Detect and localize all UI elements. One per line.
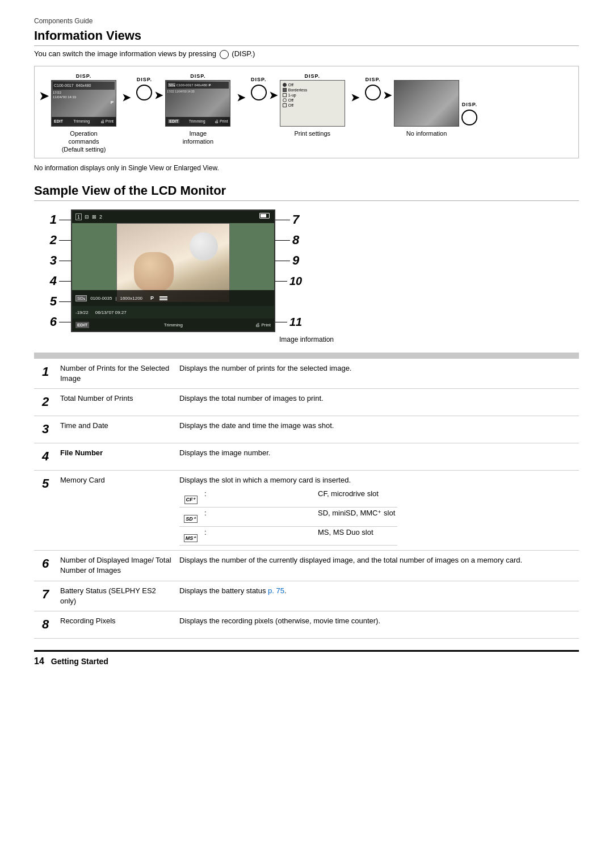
num-7-right: 7 xyxy=(292,212,309,227)
left-numbers: 1 2 3 4 5 6 xyxy=(40,209,71,332)
row3-desc: Displays the date and time the image was… xyxy=(179,421,334,430)
row7-name: Battery Status (SELPHY ES2 only) xyxy=(60,586,156,605)
row6-name: Number of Displayed Image/ Total Number … xyxy=(60,556,171,575)
description-table: 1 Number of Prints for the Selected Imag… xyxy=(34,353,579,638)
table-row: 8 Recording Pixels Displays the recordin… xyxy=(34,611,579,639)
row3-num: 3 xyxy=(42,422,49,436)
row7-num: 7 xyxy=(42,587,49,601)
table-row: 3 Time and Date Displays the date and ti… xyxy=(34,416,579,443)
row4-num: 4 xyxy=(42,449,49,463)
row7-desc: Displays the battery status p. 75. xyxy=(179,586,287,595)
row5-name: Memory Card xyxy=(60,476,105,484)
num-10-right: 10 xyxy=(289,275,309,288)
table-row: 6 Number of Displayed Image/ Total Numbe… xyxy=(34,551,579,581)
num-9-right: 9 xyxy=(292,253,309,268)
section1-title: Information Views xyxy=(34,28,579,46)
row8-name: Recording Pixels xyxy=(60,617,116,625)
view-item-print: DISP. Off Borderless 1-up Off xyxy=(280,73,345,137)
table-header-row xyxy=(34,353,579,358)
footer: 14 Getting Started xyxy=(34,650,579,666)
view-item-noinfo: DISP. No information xyxy=(394,73,459,137)
num-8-right: 8 xyxy=(292,233,309,248)
row1-name: Number of Prints for the Selected Image xyxy=(60,364,169,383)
table-row: 7 Battery Status (SELPHY ES2 only) Displ… xyxy=(34,581,579,611)
intro-text: You can switch the image information vie… xyxy=(34,49,579,59)
row8-num: 8 xyxy=(42,617,49,631)
num-1-left: 1 xyxy=(40,212,57,227)
link-p75[interactable]: p. 75 xyxy=(268,586,284,595)
view-caption-operation: Operationcommands(Default setting) xyxy=(62,129,106,154)
view-item-image: DISP. EDIT Trimming 🖨 Print SD₁ C100-001… xyxy=(165,73,230,146)
page-number: 14 xyxy=(34,656,44,666)
num-2-left: 2 xyxy=(40,233,57,248)
num-4-left: 4 xyxy=(40,274,57,288)
view-caption-print: Print settings xyxy=(294,129,330,137)
num-5-left: 5 xyxy=(40,294,57,309)
row1-desc: Displays the number of prints for the se… xyxy=(179,364,351,372)
right-numbers: 7 8 9 10 11 xyxy=(275,209,309,332)
row8-desc: Displays the recording pixels (otherwise… xyxy=(179,617,380,625)
row6-desc: Displays the number of the currently dis… xyxy=(179,556,522,564)
row2-desc: Displays the total number of images to p… xyxy=(179,394,324,402)
table-row: 1 Number of Prints for the Selected Imag… xyxy=(34,358,579,388)
row4-name: File Number xyxy=(60,448,103,457)
num-11-right: 11 xyxy=(289,316,309,329)
view-item-operation: DISP. EDIT Trimming 🖨 Print C100-0017 64… xyxy=(51,73,116,154)
image-info-caption: Image information xyxy=(34,336,579,343)
row3-name: Time and Date xyxy=(60,421,108,430)
table-row: 4 File Number Displays the image number. xyxy=(34,443,579,470)
row5-desc-main: Displays the slot in which a memory card… xyxy=(179,476,351,484)
footer-title: Getting Started xyxy=(51,657,108,666)
row2-name: Total Number of Prints xyxy=(60,394,133,402)
info-views-diagram: ➤ DISP. EDIT Trimming 🖨 Print C100-0017 … xyxy=(34,66,579,159)
table-row: 2 Total Number of Prints Displays the to… xyxy=(34,389,579,416)
row4-desc: Displays the image number. xyxy=(179,448,270,457)
lcd-screen: 1 ⊟ ⊠ 2 SD₁ 0100-0035 | 1600x1200 P xyxy=(71,209,275,332)
num-6-left: 6 xyxy=(40,315,57,329)
num-3-left: 3 xyxy=(40,253,57,268)
row6-num: 6 xyxy=(42,556,49,571)
view-caption-noinfo: No information xyxy=(406,129,447,137)
row5-num: 5 xyxy=(42,476,49,490)
info-note: No information displays only in Single V… xyxy=(34,164,579,172)
row1-num: 1 xyxy=(42,364,49,379)
table-row: 5 Memory Card Displays the slot in which… xyxy=(34,470,579,551)
sample-view-diagram: 1 2 3 4 5 6 1 ⊟ ⊠ 2 xyxy=(34,209,579,332)
breadcrumb: Components Guide xyxy=(34,17,579,25)
row2-num: 2 xyxy=(42,395,49,409)
section2-title: Sample View of the LCD Monitor xyxy=(34,183,579,201)
view-caption-image: Imageinformation xyxy=(183,129,213,146)
